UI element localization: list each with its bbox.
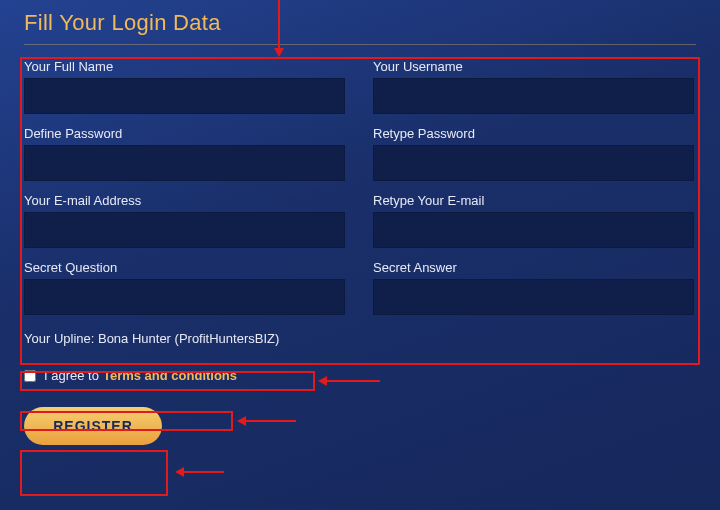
field-password: Define Password bbox=[24, 124, 345, 181]
input-password2[interactable] bbox=[373, 145, 694, 181]
agree-prefix: I agree to bbox=[44, 368, 99, 383]
label-secret-a: Secret Answer bbox=[373, 260, 694, 275]
annotation-box-register bbox=[20, 450, 168, 496]
field-email: Your E-mail Address bbox=[24, 191, 345, 248]
input-email2[interactable] bbox=[373, 212, 694, 248]
form-grid: Your Full Name Your Username Define Pass… bbox=[24, 57, 696, 321]
field-password2: Retype Password bbox=[373, 124, 694, 181]
input-secret-q[interactable] bbox=[24, 279, 345, 315]
label-username: Your Username bbox=[373, 59, 694, 74]
annotation-arrow-register-line bbox=[182, 471, 224, 473]
input-secret-a[interactable] bbox=[373, 279, 694, 315]
field-email2: Retype Your E-mail bbox=[373, 191, 694, 248]
annotation-arrow-register-head bbox=[175, 467, 184, 477]
input-username[interactable] bbox=[373, 78, 694, 114]
label-full-name: Your Full Name bbox=[24, 59, 345, 74]
input-full-name[interactable] bbox=[24, 78, 345, 114]
page-title: Fill Your Login Data bbox=[24, 10, 696, 36]
agree-row: I agree to Terms and conditions bbox=[24, 368, 696, 383]
upline-text: Your Upline: Bona Hunter (ProfitHuntersB… bbox=[24, 331, 696, 346]
input-email[interactable] bbox=[24, 212, 345, 248]
agree-checkbox[interactable] bbox=[24, 370, 36, 382]
title-divider bbox=[24, 44, 696, 45]
label-email2: Retype Your E-mail bbox=[373, 193, 694, 208]
input-password[interactable] bbox=[24, 145, 345, 181]
label-password: Define Password bbox=[24, 126, 345, 141]
label-secret-q: Secret Question bbox=[24, 260, 345, 275]
terms-link[interactable]: Terms and conditions bbox=[103, 368, 237, 383]
field-full-name: Your Full Name bbox=[24, 57, 345, 114]
register-button[interactable]: REGISTER bbox=[24, 407, 162, 445]
field-secret-q: Secret Question bbox=[24, 258, 345, 315]
label-email: Your E-mail Address bbox=[24, 193, 345, 208]
field-secret-a: Secret Answer bbox=[373, 258, 694, 315]
label-password2: Retype Password bbox=[373, 126, 694, 141]
field-username: Your Username bbox=[373, 57, 694, 114]
